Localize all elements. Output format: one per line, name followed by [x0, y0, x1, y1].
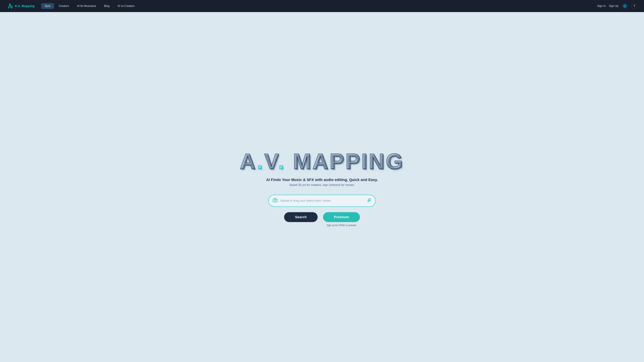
hero-title-wrapper: A.V. MAPPING: [240, 150, 404, 172]
sign-up-link[interactable]: Sign Up: [609, 4, 618, 7]
help-icon: ?: [634, 4, 635, 7]
svg-point-2: [276, 199, 277, 200]
main-content: A.V. MAPPING AI Finds Your Music & SFX w…: [0, 12, 644, 362]
hero-big-title: A.V. MAPPING: [240, 150, 404, 172]
svg-point-1: [274, 200, 276, 201]
globe-button[interactable]: 🌐: [622, 3, 628, 9]
sign-in-link[interactable]: Sign In: [597, 4, 606, 7]
camera-icon: [273, 198, 278, 203]
action-buttons: Search Premium Sign up for FREE to activ…: [284, 212, 360, 227]
hero-subtitle-primary: AI Finds Your Music & SFX with audio edi…: [266, 178, 378, 182]
nav-item-blog[interactable]: Blog: [101, 3, 113, 9]
music-icon: [367, 198, 371, 203]
nav-item-ai-for-musicians[interactable]: AI for Musicians: [74, 3, 100, 9]
premium-button[interactable]: Premium: [323, 212, 360, 222]
premium-note: Sign up for FREE to activate: [327, 224, 356, 227]
nav-right: Sign In Sign Up 🌐 ?: [597, 3, 637, 9]
logo[interactable]: A.V. Mapping: [7, 2, 34, 10]
nav-item-ai-vs-creators[interactable]: AI vs Creators: [114, 3, 138, 9]
nav-item-sync[interactable]: Sync: [41, 3, 54, 9]
premium-wrapper: Premium Sign up for FREE to activate: [323, 212, 360, 227]
logo-icon: [7, 2, 13, 10]
nav-item-creators[interactable]: Creators: [55, 3, 72, 9]
navbar: A.V. Mapping Sync Creators AI for Musici…: [0, 0, 644, 12]
logo-text: A.V. Mapping: [15, 4, 34, 8]
search-button[interactable]: Search: [284, 212, 318, 222]
nav-links: Sync Creators AI for Musicians Blog AI v…: [41, 3, 597, 9]
upload-dropzone[interactable]: Upload or drag your video(.mp4) / photo: [268, 195, 376, 207]
globe-icon: 🌐: [623, 4, 627, 8]
upload-placeholder-text: Upload or drag your video(.mp4) / photo: [280, 199, 367, 202]
help-button[interactable]: ?: [631, 3, 637, 9]
hero-subtitle-secondary: Saved 35 yrs for creators, sign contract…: [289, 183, 355, 187]
